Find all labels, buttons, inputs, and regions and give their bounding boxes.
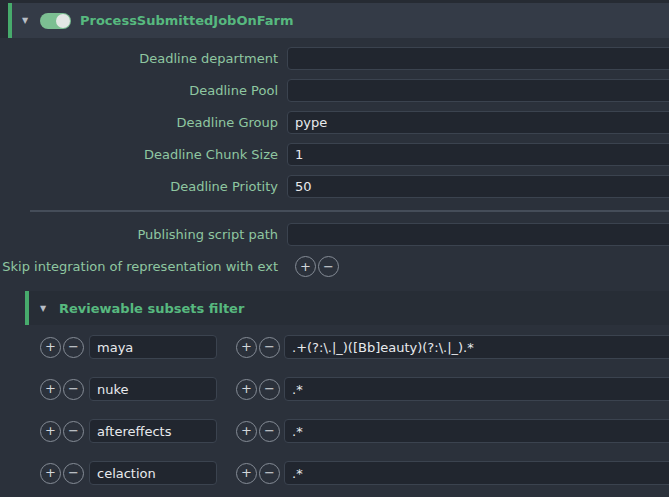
field-row-deadline-chunk-size: Deadline Chunk Size <box>0 143 669 166</box>
add-item-button[interactable]: + <box>295 256 316 277</box>
filter-value-input[interactable] <box>284 419 669 443</box>
collapse-arrow-icon[interactable]: ▼ <box>37 304 49 313</box>
add-item-button[interactable]: + <box>236 463 257 484</box>
value-list-buttons: + − <box>236 379 280 400</box>
field-row-publishing-script-path: Publishing script path <box>0 223 669 246</box>
section-header-reviewable-subsets-filter[interactable]: ▼ Reviewable subsets filter <box>25 291 669 325</box>
collapse-arrow-icon[interactable]: ▼ <box>19 16 31 25</box>
field-row-deadline-group: Deadline Group <box>0 111 669 134</box>
deadline-chunk-size-input[interactable] <box>287 143 669 166</box>
filter-key-input[interactable] <box>89 419 217 443</box>
list-buttons: + − <box>295 256 339 277</box>
deadline-pool-input[interactable] <box>287 79 669 102</box>
add-item-button[interactable]: + <box>236 379 257 400</box>
field-label: Publishing script path <box>0 227 278 242</box>
filter-row-maya: + − + − <box>40 335 669 359</box>
key-list-buttons: + − <box>40 463 84 484</box>
deadline-department-input[interactable] <box>287 47 669 70</box>
remove-item-button[interactable]: − <box>63 421 84 442</box>
filter-row-celaction: + − + − <box>40 461 669 485</box>
remove-item-button[interactable]: − <box>259 463 280 484</box>
outer-background-strip <box>0 0 8 38</box>
value-list-buttons: + − <box>236 421 280 442</box>
publishing-script-path-input[interactable] <box>287 223 669 246</box>
remove-item-button[interactable]: − <box>259 379 280 400</box>
subsets-filter-rows: + − + − + − + − <box>0 335 669 485</box>
field-row-deadline-priority: Deadline Priotity <box>0 175 669 198</box>
enabled-toggle[interactable] <box>40 13 71 29</box>
field-label: Deadline Chunk Size <box>0 147 278 162</box>
remove-item-button[interactable]: − <box>63 463 84 484</box>
settings-form: Deadline department Deadline Pool Deadli… <box>0 47 669 485</box>
remove-item-button[interactable]: − <box>63 379 84 400</box>
remove-item-button[interactable]: − <box>63 337 84 358</box>
field-row-deadline-department: Deadline department <box>0 47 669 70</box>
add-item-button[interactable]: + <box>40 463 61 484</box>
divider <box>30 210 669 212</box>
add-item-button[interactable]: + <box>236 337 257 358</box>
value-list-buttons: + − <box>236 463 280 484</box>
field-label: Deadline Pool <box>0 83 278 98</box>
value-list-buttons: + − <box>236 337 280 358</box>
add-item-button[interactable]: + <box>40 379 61 400</box>
key-list-buttons: + − <box>40 421 84 442</box>
filter-row-aftereffects: + − + − <box>40 419 669 443</box>
skip-integration-row: Skip integration of representation with … <box>0 255 669 278</box>
filter-key-input[interactable] <box>89 377 217 401</box>
deadline-priority-input[interactable] <box>287 175 669 198</box>
section-title: Reviewable subsets filter <box>59 301 244 316</box>
deadline-group-input[interactable] <box>287 111 669 134</box>
add-item-button[interactable]: + <box>40 337 61 358</box>
toggle-knob <box>56 14 70 28</box>
filter-row-nuke: + − + − <box>40 377 669 401</box>
key-list-buttons: + − <box>40 379 84 400</box>
field-label: Deadline department <box>0 51 278 66</box>
remove-item-button[interactable]: − <box>259 421 280 442</box>
remove-item-button[interactable]: − <box>259 337 280 358</box>
section-title: ProcessSubmittedJobOnFarm <box>80 13 294 28</box>
add-item-button[interactable]: + <box>40 421 61 442</box>
filter-value-input[interactable] <box>284 335 669 359</box>
filter-value-input[interactable] <box>284 461 669 485</box>
field-row-deadline-pool: Deadline Pool <box>0 79 669 102</box>
section-header-process-submitted-job-on-farm[interactable]: ▼ ProcessSubmittedJobOnFarm <box>8 3 669 38</box>
field-label: Deadline Priotity <box>0 179 278 194</box>
add-item-button[interactable]: + <box>236 421 257 442</box>
remove-item-button[interactable]: − <box>318 256 339 277</box>
filter-value-input[interactable] <box>284 377 669 401</box>
key-list-buttons: + − <box>40 337 84 358</box>
field-label: Deadline Group <box>0 115 278 130</box>
filter-key-input[interactable] <box>89 461 217 485</box>
field-label: Skip integration of representation with … <box>0 259 278 274</box>
filter-key-input[interactable] <box>89 335 217 359</box>
